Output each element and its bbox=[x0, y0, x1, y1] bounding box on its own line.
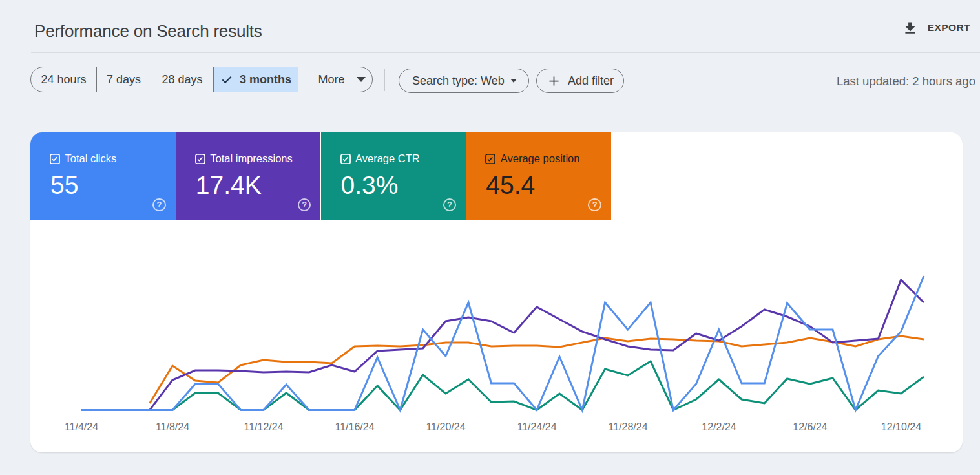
svg-text:11/12/24: 11/12/24 bbox=[244, 421, 283, 432]
svg-text:12/10/24: 12/10/24 bbox=[881, 421, 921, 432]
svg-text:11/8/24: 11/8/24 bbox=[156, 421, 189, 432]
svg-text:12/6/24: 12/6/24 bbox=[793, 421, 827, 432]
svg-text:11/4/24: 11/4/24 bbox=[65, 421, 98, 432]
svg-text:11/24/24: 11/24/24 bbox=[517, 421, 556, 432]
svg-text:11/20/24: 11/20/24 bbox=[426, 421, 465, 432]
svg-text:11/16/24: 11/16/24 bbox=[335, 421, 374, 432]
svg-text:11/28/24: 11/28/24 bbox=[608, 421, 647, 432]
svg-text:12/2/24: 12/2/24 bbox=[702, 421, 736, 432]
